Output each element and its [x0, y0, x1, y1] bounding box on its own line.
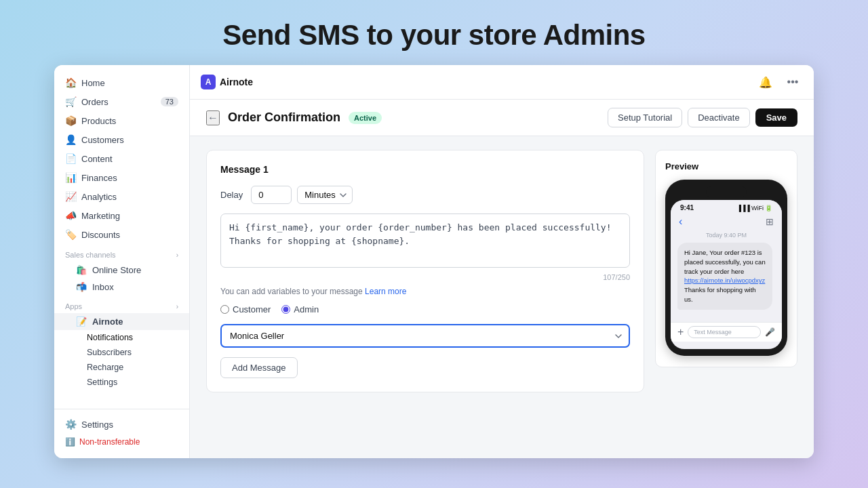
home-icon: 🏠 [65, 77, 76, 88]
sidebar-label-settings-sub: Settings [87, 378, 117, 387]
setup-tutorial-button[interactable]: Setup Tutorial [608, 108, 682, 127]
sidebar-item-products[interactable]: 📦 Products [54, 111, 189, 130]
phone-timestamp: Today 9:40 PM [671, 230, 782, 243]
radio-customer[interactable] [220, 305, 229, 314]
variables-hint-text: You can add variables to your message [220, 287, 363, 296]
bell-icon: 🔔 [759, 76, 772, 89]
sidebar-item-marketing[interactable]: 📣 Marketing [54, 206, 189, 225]
sidebar-label-discounts: Discounts [81, 230, 120, 240]
sales-channels-section: Sales channels › [54, 244, 189, 262]
sidebar-item-home[interactable]: 🏠 Home [54, 73, 189, 92]
add-message-button[interactable]: Add Message [220, 357, 298, 378]
products-icon: 📦 [65, 115, 76, 126]
variables-hint-row: You can add variables to your message Le… [220, 287, 630, 296]
non-transferable-icon: ℹ️ [65, 437, 75, 447]
radio-admin[interactable] [281, 305, 290, 314]
phone-input-placeholder: Text Message [694, 329, 732, 336]
sidebar-item-discounts[interactable]: 🏷️ Discounts [54, 225, 189, 244]
radio-admin-option[interactable]: Admin [281, 304, 319, 314]
sidebar-item-online-store[interactable]: 🛍️ Online Store [54, 262, 189, 279]
learn-more-link[interactable]: Learn more [365, 287, 406, 296]
bubble-link[interactable]: https://airnote.in/uiwocpdxyz [684, 277, 765, 284]
preview-card: Preview 9:41 ▐▐▐ WiFi 🔋 [655, 150, 797, 367]
phone-dynamic-island [706, 186, 747, 197]
sidebar-sub-subscribers[interactable]: Subscribers [54, 345, 189, 360]
sidebar-item-orders[interactable]: 🛒 Orders 73 [54, 92, 189, 111]
radio-admin-label: Admin [294, 304, 319, 314]
apps-expand-icon: › [176, 303, 178, 310]
battery-icon: 🔋 [765, 205, 772, 211]
message-card-title: Message 1 [220, 164, 630, 175]
finances-icon: 📊 [65, 172, 76, 183]
phone-mockup: 9:41 ▐▐▐ WiFi 🔋 ‹ ⊞ [665, 180, 787, 356]
topbar-bell-btn[interactable]: 🔔 [755, 72, 776, 92]
page-title: Order Confirmation [228, 110, 340, 125]
sidebar-item-content[interactable]: 📄 Content [54, 149, 189, 168]
online-store-icon: 🛍️ [76, 265, 87, 275]
inbox-icon: 📬 [76, 282, 87, 292]
sidebar-label-orders: Orders [81, 97, 108, 107]
sidebar-label-recharge: Recharge [87, 363, 123, 372]
char-count: 107/250 [220, 273, 630, 281]
app-logo-icon: A [201, 75, 216, 89]
preview-title: Preview [665, 161, 787, 171]
bubble-text: Hi Jane, Your order #123 is placed succe… [684, 249, 766, 275]
phone-input-bar: + Text Message 🎤 [671, 322, 782, 342]
topbar-logo: A Airnote [201, 75, 253, 89]
settings-gear-icon: ⚙️ [65, 419, 76, 430]
sidebar: 🏠 Home 🛒 Orders 73 📦 Products 👤 Customer… [54, 65, 190, 458]
sidebar-label-online-store: Online Store [92, 265, 141, 275]
discounts-icon: 🏷️ [65, 229, 76, 240]
minutes-select[interactable]: Minutes Hours Days [297, 186, 353, 204]
page-header-actions: Setup Tutorial Deactivate Save [608, 108, 797, 127]
non-transferable-item[interactable]: ℹ️ Non-transferable [54, 434, 189, 450]
airnote-icon: 📝 [76, 317, 87, 327]
delay-input[interactable] [251, 186, 292, 204]
phone-text-input-area[interactable]: Text Message [688, 326, 761, 338]
sidebar-item-airnote[interactable]: 📝 Airnote [54, 313, 189, 330]
sidebar-label-products: Products [81, 116, 116, 126]
sidebar-item-inbox[interactable]: 📬 Inbox [54, 279, 189, 296]
marketing-icon: 📣 [65, 210, 76, 221]
radio-customer-label: Customer [233, 304, 271, 314]
sidebar-label-customers: Customers [81, 135, 124, 145]
sidebar-sub-recharge[interactable]: Recharge [54, 360, 189, 375]
sidebar-label-inbox: Inbox [92, 282, 114, 292]
save-button[interactable]: Save [755, 108, 797, 127]
customers-icon: 👤 [65, 134, 76, 145]
admin-dropdown[interactable]: Monica Geller Ross Geller Rachel Green [220, 324, 630, 348]
page-content: ← Order Confirmation Active Setup Tutori… [190, 100, 814, 458]
sidebar-item-analytics[interactable]: 📈 Analytics [54, 187, 189, 206]
sales-channels-expand-icon: › [176, 251, 178, 259]
sidebar-label-home: Home [81, 78, 105, 88]
sidebar-item-customers[interactable]: 👤 Customers [54, 130, 189, 149]
signal-icon: ▐▐▐ [737, 205, 750, 211]
sidebar-settings-label: Settings [81, 420, 113, 430]
sidebar-item-finances[interactable]: 📊 Finances [54, 168, 189, 187]
phone-nav-icon: ⊞ [766, 216, 774, 227]
two-col-layout: Message 1 Delay Minutes Hours Days Hi {f… [190, 136, 814, 406]
analytics-icon: 📈 [65, 191, 76, 202]
radio-customer-option[interactable]: Customer [220, 304, 271, 314]
deactivate-button[interactable]: Deactivate [688, 108, 749, 127]
radio-row: Customer Admin [220, 304, 630, 314]
delay-label: Delay [220, 190, 243, 200]
apps-section: Apps › [54, 296, 189, 313]
sidebar-sub-notifications[interactable]: Notifications [54, 330, 189, 345]
sidebar-sub-settings[interactable]: Settings [54, 375, 189, 390]
phone-message-bubble: Hi Jane, Your order #123 is placed succe… [677, 243, 772, 310]
orders-badge: 73 [161, 97, 178, 106]
phone-plus-icon: + [677, 326, 684, 338]
active-status-badge: Active [349, 112, 382, 124]
message-textarea[interactable]: Hi {first_name}, your order {order_numbe… [220, 214, 630, 268]
sidebar-settings-item[interactable]: ⚙️ Settings [54, 415, 189, 434]
delay-row: Delay Minutes Hours Days [220, 186, 630, 204]
back-button[interactable]: ← [206, 110, 220, 125]
phone-nav-bar: ‹ ⊞ [671, 213, 782, 230]
message-card: Message 1 Delay Minutes Hours Days Hi {f… [206, 150, 644, 392]
phone-status-bar: 9:41 ▐▐▐ WiFi 🔋 [671, 200, 782, 213]
bubble-suffix: Thanks for shopping with us. [684, 286, 756, 303]
phone-bubble-wrapper: Hi Jane, Your order #123 is placed succe… [671, 243, 782, 315]
page-headline: Send SMS to your store Admins [222, 0, 645, 65]
topbar-more-btn[interactable]: ••• [783, 72, 803, 92]
